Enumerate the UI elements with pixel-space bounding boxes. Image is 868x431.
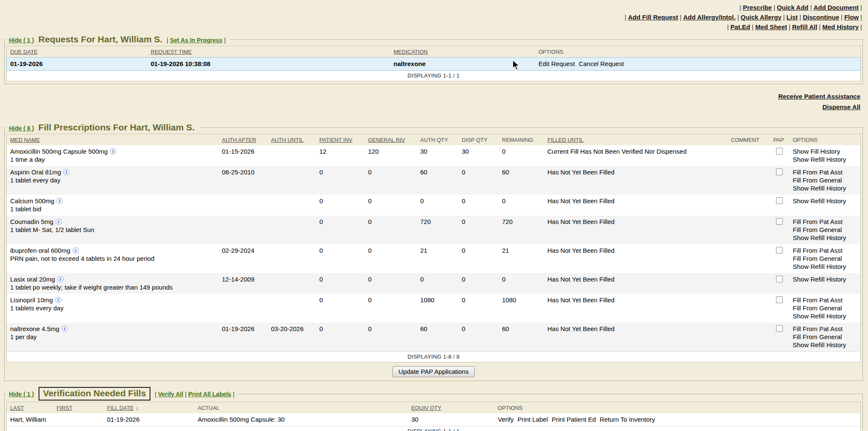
option-link-show-refill-history[interactable]: Show Refill History	[793, 185, 846, 192]
toolbar-link-med-sheet[interactable]: Med Sheet	[755, 23, 787, 30]
toolbar-link-add-allergy-intol[interactable]: Add Allergy/Intol.	[683, 14, 736, 21]
toolbar-link-med-history[interactable]: Med History	[822, 23, 859, 30]
option-link-show-refill-history[interactable]: Show Refill History	[793, 234, 846, 241]
toolbar-link-quick-allergy[interactable]: Quick Allergy	[741, 14, 782, 21]
toolbar-link-pat-ed[interactable]: Pat.Ed	[730, 23, 750, 30]
dispense-all-link[interactable]: Dispense All	[823, 102, 860, 112]
requests-section-title: Requests For Hart, William S.	[39, 34, 163, 44]
column-header-fill-date[interactable]: FILL DATE↓	[104, 402, 195, 414]
toolbar-link-list[interactable]: List	[787, 14, 798, 21]
toolbar-link-quick-add[interactable]: Quick Add	[777, 4, 808, 11]
med-info-icon[interactable]: i	[56, 218, 62, 225]
pap-checkbox[interactable]	[776, 325, 783, 332]
column-header-due-date[interactable]: DUE DATE	[7, 46, 147, 58]
requests-table-head: DUE DATEREQUEST TIMEMEDICATIONOPTIONS	[7, 46, 861, 58]
toolbar-link-flow[interactable]: Flow	[844, 14, 859, 21]
column-header-first[interactable]: FIRST	[53, 402, 104, 414]
pap-checkbox[interactable]	[776, 218, 783, 225]
request-options-cell: Edit RequestCancel Request	[535, 58, 861, 71]
toolbar-link-discontinue[interactable]: Discontinue	[803, 14, 839, 21]
pap-checkbox[interactable]	[776, 296, 783, 303]
option-link-show-refill-history[interactable]: Show Refill History	[793, 197, 846, 204]
legend-link-verify-all[interactable]: Verify All	[158, 391, 183, 398]
option-line: Fill From General	[793, 176, 857, 184]
column-header-med-name[interactable]: MED NAME	[7, 134, 219, 146]
option-link-verify[interactable]: Verify	[498, 416, 514, 423]
column-header-label: OPTIONS	[539, 49, 564, 55]
toolbar-link-add-fill-request[interactable]: Add Fill Request	[628, 14, 678, 21]
receive-patient-assistance-link[interactable]: Receive Patient Assistance	[778, 91, 860, 102]
legend-link-set-as-in-progress[interactable]: Set As In Progress	[170, 37, 223, 44]
legend-link-print-all-labels[interactable]: Print All Labels	[188, 391, 231, 398]
column-header-patient-inv[interactable]: PATIENT INV	[316, 134, 365, 146]
auth-qty-cell: 720	[417, 216, 459, 244]
pap-cell	[770, 166, 790, 195]
column-header-medication[interactable]: MEDICATION	[390, 46, 535, 58]
separator: |	[233, 391, 234, 398]
option-link-show-refill-history[interactable]: Show Refill History	[793, 312, 846, 320]
option-link-fill-from-general[interactable]: Fill From General	[793, 333, 842, 340]
update-pap-applications-button[interactable]: Update PAP Applications	[392, 366, 474, 377]
option-link-show-fill-history[interactable]: Show Fill History	[793, 148, 840, 155]
toolbar-link-refill-all[interactable]: Refill All	[792, 23, 817, 30]
med-info-icon[interactable]: i	[110, 148, 116, 155]
auth-until-cell	[268, 166, 316, 195]
med-name-line: Lasix oral 20mgi	[10, 275, 215, 283]
request-row: 01-19-202601-19-2026 10:38:08naltrexoneE…	[7, 58, 861, 71]
column-header-request-time[interactable]: REQUEST TIME	[147, 46, 390, 58]
pap-checkbox[interactable]	[776, 169, 783, 175]
med-info-icon[interactable]: i	[55, 297, 61, 303]
option-link-fill-from-pat-asst[interactable]: Fill From Pat Asst	[793, 247, 843, 254]
column-header-last[interactable]: LAST	[7, 402, 53, 414]
comment-cell	[728, 273, 770, 294]
option-link-fill-from-pat-asst[interactable]: Fill From Pat Asst	[793, 169, 843, 176]
option-link-edit-request[interactable]: Edit Request	[539, 60, 575, 67]
option-link-show-refill-history[interactable]: Show Refill History	[793, 276, 846, 283]
separator: |	[224, 37, 226, 44]
option-link-fill-from-pat-asst[interactable]: Fill From Pat Asst	[793, 325, 843, 332]
option-link-show-refill-history[interactable]: Show Refill History	[793, 156, 846, 163]
requests-hide-link[interactable]: Hide ( 1 )	[9, 37, 34, 44]
option-link-fill-from-general[interactable]: Fill From General	[793, 255, 842, 262]
column-header-auth-after[interactable]: AUTH AFTER	[219, 134, 268, 146]
verification-hide-link[interactable]: Hide ( 1 )	[9, 391, 34, 398]
header-row: MED NAMEAUTH AFTERAUTH UNTILPATIENT INVG…	[7, 134, 861, 146]
med-info-icon[interactable]: i	[57, 276, 64, 282]
pap-checkbox[interactable]	[776, 247, 783, 254]
column-header-equiv-qty[interactable]: EQUIV QTY	[408, 402, 495, 414]
option-link-fill-from-general[interactable]: Fill From General	[793, 226, 842, 233]
option-link-print-label[interactable]: Print Label	[517, 416, 548, 423]
option-link-return-to-inventory[interactable]: Return To Inventory	[600, 416, 655, 423]
pap-checkbox[interactable]	[776, 148, 783, 155]
med-info-icon[interactable]: i	[56, 198, 63, 204]
pap-checkbox[interactable]	[776, 197, 783, 204]
column-header-filled-until[interactable]: FILLED UNTIL	[544, 134, 728, 146]
option-link-print-patient-ed[interactable]: Print Patient Ed	[552, 416, 596, 423]
toolbar: |Prescribe|Quick Add|Add Document||Add F…	[0, 0, 868, 33]
toolbar-link-add-document[interactable]: Add Document	[813, 4, 859, 11]
med-info-icon[interactable]: i	[61, 326, 68, 332]
option-link-fill-from-general[interactable]: Fill From General	[793, 177, 842, 184]
option-line: Fill From Pat Asst	[793, 218, 857, 226]
filled-until-cell: Has Not Yet Been Filled	[544, 195, 728, 216]
column-header-general-inv[interactable]: GENERAL INV	[365, 134, 417, 146]
pap-checkbox[interactable]	[776, 276, 783, 282]
option-link-fill-from-general[interactable]: Fill From General	[793, 304, 842, 312]
option-link-show-refill-history[interactable]: Show Refill History	[793, 341, 846, 348]
column-header-auth-until[interactable]: AUTH UNTIL	[268, 134, 316, 146]
med-info-icon[interactable]: i	[72, 247, 79, 254]
pap-cell	[770, 294, 790, 323]
toolbar-link-prescribe[interactable]: Prescribe	[743, 4, 772, 11]
option-link-fill-from-pat-asst[interactable]: Fill From Pat Asst	[793, 296, 843, 304]
option-link-cancel-request[interactable]: Cancel Request	[579, 60, 624, 67]
auth-after-cell	[219, 195, 268, 216]
column-header-label: MEDICATION	[394, 49, 428, 55]
remaining-cell: 60	[499, 323, 544, 352]
fill-hide-link[interactable]: Hide ( 8 )	[9, 125, 34, 132]
option-link-show-refill-history[interactable]: Show Refill History	[793, 263, 846, 270]
option-line: Show Refill History	[793, 312, 857, 320]
med-name-line: Amoxicillin 500mg Capsule 500mgi	[10, 147, 215, 155]
option-link-fill-from-pat-asst[interactable]: Fill From Pat Asst	[793, 218, 843, 225]
med-info-icon[interactable]: i	[63, 169, 70, 175]
column-header-label: MED NAME	[10, 137, 40, 143]
